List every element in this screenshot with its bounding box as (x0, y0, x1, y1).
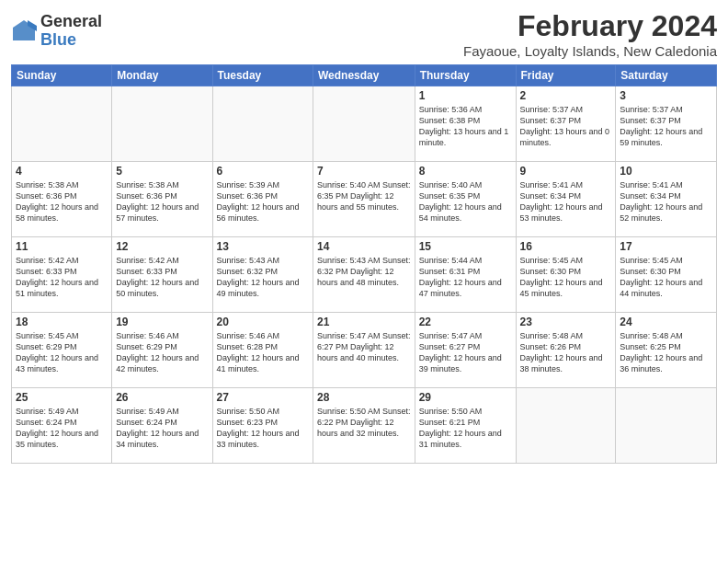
day-number: 21 (317, 316, 411, 328)
day-info: Sunrise: 5:38 AM Sunset: 6:36 PM Dayligh… (116, 179, 208, 224)
day-info: Sunrise: 5:44 AM Sunset: 6:31 PM Dayligh… (419, 255, 512, 300)
cell-w2-d1: 4Sunrise: 5:38 AM Sunset: 6:36 PM Daylig… (12, 162, 112, 237)
day-number: 16 (520, 240, 612, 253)
day-info: Sunrise: 5:47 AM Sunset: 6:27 PM Dayligh… (317, 330, 411, 363)
page: General Blue February 2024 Fayaoue, Loya… (0, 0, 728, 563)
th-monday: Monday (112, 65, 212, 86)
day-number: 25 (16, 391, 108, 404)
th-wednesday: Wednesday (313, 65, 415, 86)
day-number: 1 (419, 89, 512, 102)
day-info: Sunrise: 5:50 AM Sunset: 6:21 PM Dayligh… (419, 406, 512, 451)
day-info: Sunrise: 5:37 AM Sunset: 6:37 PM Dayligh… (520, 104, 612, 149)
logo: General Blue (11, 13, 102, 50)
location-subtitle: Fayaoue, Loyalty Islands, New Caledonia (463, 43, 717, 59)
day-number: 9 (520, 165, 612, 178)
day-number: 14 (317, 240, 411, 253)
day-number: 4 (16, 165, 108, 178)
day-number: 2 (520, 89, 612, 102)
cell-w2-d4: 7Sunrise: 5:40 AM Sunset: 6:35 PM Daylig… (313, 162, 415, 237)
cell-w3-d5: 15Sunrise: 5:44 AM Sunset: 6:31 PM Dayli… (415, 237, 516, 313)
cell-w2-d6: 9Sunrise: 5:41 AM Sunset: 6:34 PM Daylig… (516, 162, 616, 237)
cell-w2-d2: 5Sunrise: 5:38 AM Sunset: 6:36 PM Daylig… (112, 162, 212, 237)
logo-blue: Blue (40, 31, 102, 50)
cell-w5-d3: 27Sunrise: 5:50 AM Sunset: 6:23 PM Dayli… (212, 388, 313, 464)
cell-w1-d7: 3Sunrise: 5:37 AM Sunset: 6:37 PM Daylig… (616, 86, 717, 162)
cell-w2-d3: 6Sunrise: 5:39 AM Sunset: 6:36 PM Daylig… (212, 162, 313, 237)
logo-text: General Blue (40, 13, 102, 50)
logo-icon (11, 18, 37, 44)
day-number: 18 (16, 316, 108, 328)
day-number: 5 (116, 165, 208, 178)
day-info: Sunrise: 5:45 AM Sunset: 6:30 PM Dayligh… (620, 255, 712, 300)
day-number: 10 (620, 165, 712, 178)
day-info: Sunrise: 5:39 AM Sunset: 6:36 PM Dayligh… (217, 179, 309, 224)
th-sunday: Sunday (12, 65, 112, 86)
day-number: 11 (16, 240, 108, 253)
day-number: 28 (317, 391, 411, 404)
day-number: 15 (419, 240, 512, 253)
cell-w4-d2: 19Sunrise: 5:46 AM Sunset: 6:29 PM Dayli… (112, 313, 212, 388)
cell-w4-d3: 20Sunrise: 5:46 AM Sunset: 6:28 PM Dayli… (212, 313, 313, 388)
day-number: 22 (419, 316, 512, 328)
day-info: Sunrise: 5:42 AM Sunset: 6:33 PM Dayligh… (116, 255, 208, 300)
day-number: 13 (217, 240, 309, 253)
day-info: Sunrise: 5:37 AM Sunset: 6:37 PM Dayligh… (620, 104, 712, 149)
week-row-1: 1Sunrise: 5:36 AM Sunset: 6:38 PM Daylig… (12, 86, 717, 162)
cell-w3-d2: 12Sunrise: 5:42 AM Sunset: 6:33 PM Dayli… (112, 237, 212, 313)
day-info: Sunrise: 5:48 AM Sunset: 6:25 PM Dayligh… (620, 330, 712, 375)
cell-w1-d2 (112, 86, 212, 162)
cell-w2-d7: 10Sunrise: 5:41 AM Sunset: 6:34 PM Dayli… (616, 162, 717, 237)
day-number: 6 (217, 165, 309, 178)
day-info: Sunrise: 5:42 AM Sunset: 6:33 PM Dayligh… (16, 255, 108, 300)
cell-w5-d1: 25Sunrise: 5:49 AM Sunset: 6:24 PM Dayli… (12, 388, 112, 464)
day-info: Sunrise: 5:41 AM Sunset: 6:34 PM Dayligh… (620, 179, 712, 224)
cell-w2-d5: 8Sunrise: 5:40 AM Sunset: 6:35 PM Daylig… (415, 162, 516, 237)
day-number: 8 (419, 165, 512, 178)
week-row-3: 11Sunrise: 5:42 AM Sunset: 6:33 PM Dayli… (12, 237, 717, 313)
day-info: Sunrise: 5:47 AM Sunset: 6:27 PM Dayligh… (419, 330, 512, 375)
day-number: 20 (217, 316, 309, 328)
cell-w4-d4: 21Sunrise: 5:47 AM Sunset: 6:27 PM Dayli… (313, 313, 415, 388)
day-number: 24 (620, 316, 712, 328)
cell-w1-d3 (212, 86, 313, 162)
day-info: Sunrise: 5:50 AM Sunset: 6:22 PM Dayligh… (317, 406, 411, 439)
cell-w5-d7 (616, 388, 717, 464)
cell-w4-d1: 18Sunrise: 5:45 AM Sunset: 6:29 PM Dayli… (12, 313, 112, 388)
cell-w3-d1: 11Sunrise: 5:42 AM Sunset: 6:33 PM Dayli… (12, 237, 112, 313)
day-info: Sunrise: 5:50 AM Sunset: 6:23 PM Dayligh… (217, 406, 309, 451)
day-number: 29 (419, 391, 512, 404)
day-number: 23 (520, 316, 612, 328)
cell-w5-d5: 29Sunrise: 5:50 AM Sunset: 6:21 PM Dayli… (415, 388, 516, 464)
cell-w5-d2: 26Sunrise: 5:49 AM Sunset: 6:24 PM Dayli… (112, 388, 212, 464)
th-saturday: Saturday (616, 65, 717, 86)
week-row-5: 25Sunrise: 5:49 AM Sunset: 6:24 PM Dayli… (12, 388, 717, 464)
day-info: Sunrise: 5:49 AM Sunset: 6:24 PM Dayligh… (16, 406, 108, 451)
cell-w1-d5: 1Sunrise: 5:36 AM Sunset: 6:38 PM Daylig… (415, 86, 516, 162)
cell-w4-d7: 24Sunrise: 5:48 AM Sunset: 6:25 PM Dayli… (616, 313, 717, 388)
day-number: 3 (620, 89, 712, 102)
cell-w1-d6: 2Sunrise: 5:37 AM Sunset: 6:37 PM Daylig… (516, 86, 616, 162)
day-info: Sunrise: 5:41 AM Sunset: 6:34 PM Dayligh… (520, 179, 612, 224)
day-info: Sunrise: 5:40 AM Sunset: 6:35 PM Dayligh… (317, 179, 411, 213)
day-info: Sunrise: 5:49 AM Sunset: 6:24 PM Dayligh… (116, 406, 208, 451)
cell-w5-d6 (516, 388, 616, 464)
cell-w3-d6: 16Sunrise: 5:45 AM Sunset: 6:30 PM Dayli… (516, 237, 616, 313)
day-info: Sunrise: 5:40 AM Sunset: 6:35 PM Dayligh… (419, 179, 512, 224)
day-info: Sunrise: 5:45 AM Sunset: 6:30 PM Dayligh… (520, 255, 612, 300)
th-tuesday: Tuesday (212, 65, 313, 86)
day-number: 7 (317, 165, 411, 178)
cell-w3-d7: 17Sunrise: 5:45 AM Sunset: 6:30 PM Dayli… (616, 237, 717, 313)
day-info: Sunrise: 5:36 AM Sunset: 6:38 PM Dayligh… (419, 104, 512, 149)
logo-general: General (40, 13, 102, 31)
week-row-2: 4Sunrise: 5:38 AM Sunset: 6:36 PM Daylig… (12, 162, 717, 237)
day-number: 19 (116, 316, 208, 328)
week-row-4: 18Sunrise: 5:45 AM Sunset: 6:29 PM Dayli… (12, 313, 717, 388)
th-thursday: Thursday (415, 65, 516, 86)
month-year-title: February 2024 (463, 9, 717, 43)
day-number: 27 (217, 391, 309, 404)
title-area: February 2024 Fayaoue, Loyalty Islands, … (463, 9, 717, 59)
cell-w3-d3: 13Sunrise: 5:43 AM Sunset: 6:32 PM Dayli… (212, 237, 313, 313)
day-info: Sunrise: 5:43 AM Sunset: 6:32 PM Dayligh… (317, 255, 411, 288)
day-info: Sunrise: 5:45 AM Sunset: 6:29 PM Dayligh… (16, 330, 108, 375)
cell-w5-d4: 28Sunrise: 5:50 AM Sunset: 6:22 PM Dayli… (313, 388, 415, 464)
